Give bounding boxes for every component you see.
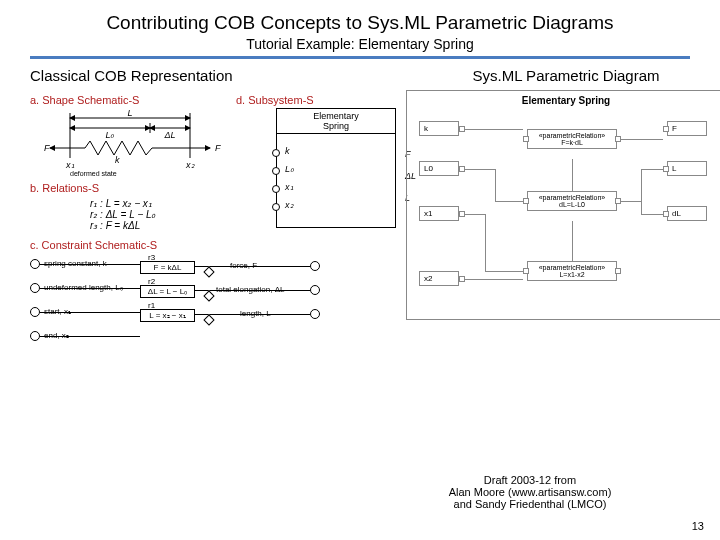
relation-r1: r₁ : L = x₂ − x₁ [90, 198, 230, 209]
relation-r3: r₃ : F = kΔL [90, 220, 230, 231]
label-c: c. Constraint Schematic-S [30, 239, 396, 251]
svg-text:x₁: x₁ [65, 160, 75, 170]
svg-text:deformed state: deformed state [70, 170, 117, 177]
svg-text:F: F [215, 143, 221, 153]
svg-text:k: k [115, 155, 120, 165]
footer-credit: Draft 2003-12 from Alan Moore (www.artis… [400, 474, 660, 510]
spring-icon: L L₀ ΔL F F x₁ x₂ k deformed state [30, 108, 230, 178]
label-d: d. Subsystem-S [236, 94, 396, 106]
svg-text:F: F [44, 143, 50, 153]
label-b: b. Relations-S [30, 182, 230, 194]
sysml-frame: Elementary Spring k L0 x1 x2 F L dL «par… [406, 90, 720, 320]
subsystem-box: Elementary Spring k L₀ x₁ x₂ F ΔL L [276, 108, 396, 228]
page-title: Contributing COB Concepts to Sys.ML Para… [30, 12, 690, 34]
svg-text:L: L [127, 108, 132, 118]
svg-text:L₀: L₀ [105, 130, 114, 140]
constraint-schematic: spring constant, k undeformed length, L₀… [30, 253, 330, 353]
page-subtitle: Tutorial Example: Elementary Spring [30, 36, 690, 52]
svg-text:x₂: x₂ [185, 160, 195, 170]
relation-r2: r₂ : ΔL = L − L₀ [90, 209, 230, 220]
right-heading: Sys.ML Parametric Diagram [406, 67, 720, 84]
left-heading: Classical COB Representation [30, 67, 396, 84]
divider [30, 56, 690, 59]
relations: r₁ : L = x₂ − x₁ r₂ : ΔL = L − L₀ r₃ : F… [30, 198, 230, 231]
svg-text:ΔL: ΔL [163, 130, 175, 140]
subsystem-title: Elementary Spring [277, 111, 395, 134]
shape-schematic: L L₀ ΔL F F x₁ x₂ k deformed state [30, 108, 230, 178]
label-a: a. Shape Schematic-S [30, 94, 230, 106]
sysml-title: Elementary Spring [407, 95, 720, 106]
page-number: 13 [692, 520, 704, 532]
